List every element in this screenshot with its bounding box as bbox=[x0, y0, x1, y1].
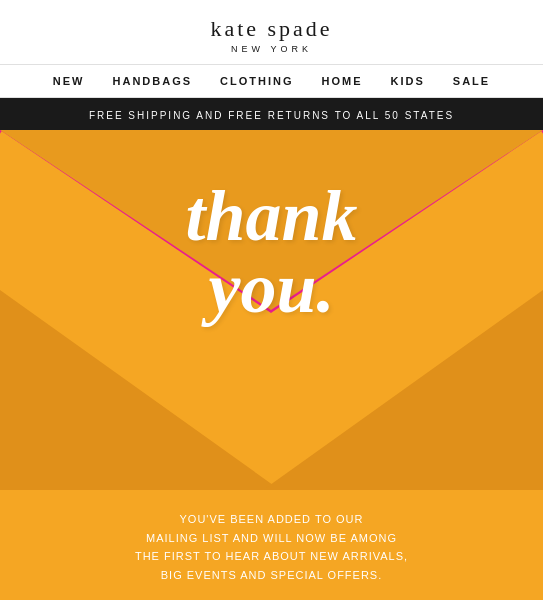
thank-you-line2: you. bbox=[185, 252, 357, 324]
nav-item-clothing[interactable]: CLOTHING bbox=[220, 75, 293, 87]
hero-section: thank you. bbox=[0, 130, 543, 490]
logo-location: NEW YORK bbox=[0, 44, 543, 54]
banner-text: FREE SHIPPING AND FREE RETURNS TO ALL 50… bbox=[89, 110, 454, 121]
thank-you-heading: thank you. bbox=[185, 180, 357, 324]
logo-brand: kate spade bbox=[0, 16, 543, 42]
thank-you-line1: thank bbox=[185, 180, 357, 252]
nav-item-home[interactable]: HOME bbox=[322, 75, 363, 87]
nav-item-new[interactable]: NEW bbox=[53, 75, 85, 87]
nav-item-handbags[interactable]: HANDBAGS bbox=[113, 75, 193, 87]
header: kate spade NEW YORK bbox=[0, 0, 543, 65]
content-paragraph1: YOU'VE BEEN ADDED TO OUR MAILING LIST AN… bbox=[60, 510, 483, 585]
nav-item-kids[interactable]: KIDS bbox=[391, 75, 425, 87]
navigation: NEW HANDBAGS CLOTHING HOME KIDS SALE bbox=[0, 65, 543, 98]
nav-item-sale[interactable]: SALE bbox=[453, 75, 490, 87]
promo-banner: FREE SHIPPING AND FREE RETURNS TO ALL 50… bbox=[0, 98, 543, 130]
email-wrapper: kate spade NEW YORK NEW HANDBAGS CLOTHIN… bbox=[0, 0, 543, 600]
content-area: YOU'VE BEEN ADDED TO OUR MAILING LIST AN… bbox=[0, 490, 543, 600]
